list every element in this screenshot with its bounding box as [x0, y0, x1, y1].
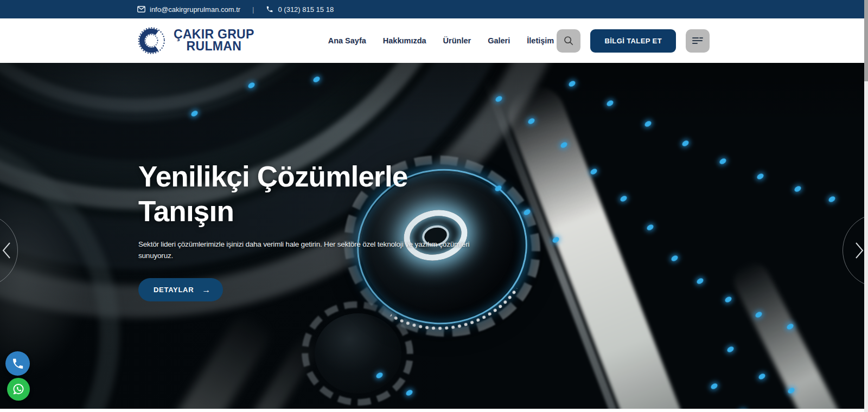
search-button[interactable] — [557, 29, 580, 53]
menu-button[interactable] — [686, 29, 710, 53]
arrow-right-icon: → — [202, 285, 211, 295]
envelope-icon — [137, 6, 145, 12]
logo-line2: RULMAN — [174, 41, 254, 53]
topbar-separator: | — [252, 5, 254, 14]
nav-item-ana-sayfa[interactable]: Ana Sayfa — [328, 36, 366, 45]
phone-icon — [266, 5, 273, 13]
email-text: info@cakirgruprulman.com.tr — [150, 5, 240, 14]
whatsapp-icon — [11, 382, 25, 396]
nav-item-urunler[interactable]: Ürünler — [443, 36, 471, 45]
logo[interactable]: ÇAKIR GRUP RULMAN — [137, 25, 254, 56]
nav-item-iletisim[interactable]: İletişim — [527, 36, 554, 45]
nav-item-galeri[interactable]: Galeri — [488, 36, 510, 45]
search-icon — [563, 35, 574, 46]
next-section-edge — [0, 409, 868, 412]
chevron-right-icon — [853, 241, 865, 260]
phone-text: 0 (312) 815 15 18 — [278, 5, 334, 14]
scrollbar-thumb[interactable] — [864, 0, 868, 81]
hero-content: Yenilikçi Çözümlerle Tanışın Sektör lide… — [138, 159, 497, 301]
email-link[interactable]: info@cakirgruprulman.com.tr — [137, 5, 240, 14]
header: ÇAKIR GRUP RULMAN Ana Sayfa Hakkımızda Ü… — [0, 18, 868, 63]
menu-icon — [692, 36, 704, 45]
scrollbar[interactable] — [864, 0, 868, 412]
detaylar-label: DETAYLAR — [154, 286, 194, 294]
phone-call-icon — [11, 357, 24, 370]
whatsapp-float-button[interactable] — [7, 378, 30, 401]
main-nav: Ana Sayfa Hakkımızda Ürünler Galeri İlet… — [328, 36, 554, 45]
nav-item-hakkimizda[interactable]: Hakkımızda — [383, 36, 426, 45]
phone-float-button[interactable] — [5, 351, 30, 376]
hero-description: Sektör lideri çözümlerimizle işinizi dah… — [138, 239, 497, 262]
page: info@cakirgruprulman.com.tr | 0 (312) 81… — [0, 0, 868, 412]
phone-link[interactable]: 0 (312) 815 15 18 — [266, 5, 334, 14]
chevron-left-icon — [1, 241, 12, 260]
logo-text: ÇAKIR GRUP RULMAN — [174, 29, 254, 53]
hero-title: Yenilikçi Çözümlerle Tanışın — [138, 159, 486, 228]
logo-bearing-icon — [137, 25, 168, 56]
hero-slider: Yenilikçi Çözümlerle Tanışın Sektör lide… — [0, 63, 868, 409]
header-controls: BİLGİ TALEP ET — [557, 29, 710, 53]
topbar: info@cakirgruprulman.com.tr | 0 (312) 81… — [0, 0, 868, 18]
detaylar-button[interactable]: DETAYLAR → — [138, 278, 223, 301]
info-request-button[interactable]: BİLGİ TALEP ET — [590, 29, 676, 53]
